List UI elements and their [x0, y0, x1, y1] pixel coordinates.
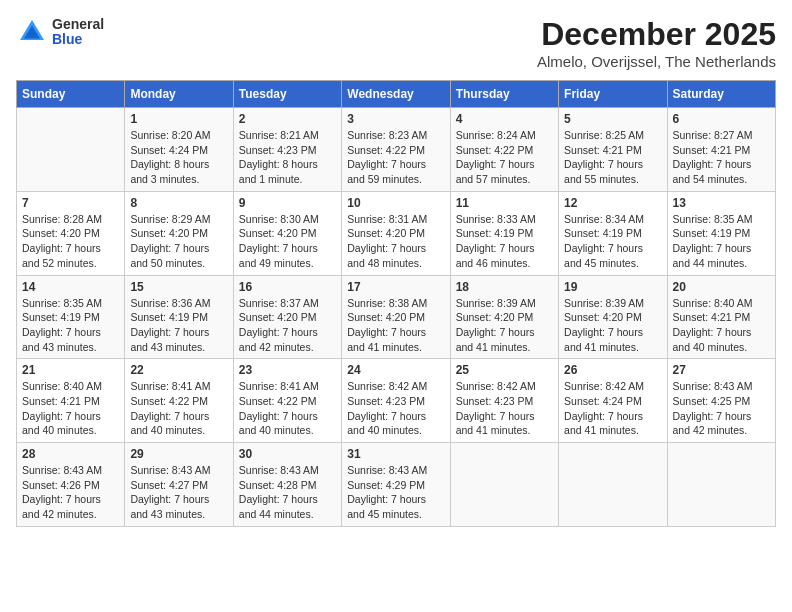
page-subtitle: Almelo, Overijssel, The Netherlands	[537, 53, 776, 70]
day-detail: Sunrise: 8:21 AM Sunset: 4:23 PM Dayligh…	[239, 129, 319, 185]
day-detail: Sunrise: 8:43 AM Sunset: 4:29 PM Dayligh…	[347, 464, 427, 520]
logo: General Blue	[16, 16, 104, 48]
day-number: 23	[239, 363, 336, 377]
calendar-cell: 26Sunrise: 8:42 AM Sunset: 4:24 PM Dayli…	[559, 359, 667, 443]
logo-general: General	[52, 17, 104, 32]
title-block: December 2025 Almelo, Overijssel, The Ne…	[537, 16, 776, 70]
calendar-cell: 9Sunrise: 8:30 AM Sunset: 4:20 PM Daylig…	[233, 191, 341, 275]
weekday-header-thursday: Thursday	[450, 81, 558, 108]
weekday-header-row: SundayMondayTuesdayWednesdayThursdayFrid…	[17, 81, 776, 108]
day-number: 7	[22, 196, 119, 210]
calendar-cell: 31Sunrise: 8:43 AM Sunset: 4:29 PM Dayli…	[342, 443, 450, 527]
day-detail: Sunrise: 8:43 AM Sunset: 4:28 PM Dayligh…	[239, 464, 319, 520]
page-title: December 2025	[537, 16, 776, 53]
calendar-cell: 18Sunrise: 8:39 AM Sunset: 4:20 PM Dayli…	[450, 275, 558, 359]
day-number: 11	[456, 196, 553, 210]
calendar-cell: 11Sunrise: 8:33 AM Sunset: 4:19 PM Dayli…	[450, 191, 558, 275]
calendar-cell: 10Sunrise: 8:31 AM Sunset: 4:20 PM Dayli…	[342, 191, 450, 275]
calendar-week-3: 14Sunrise: 8:35 AM Sunset: 4:19 PM Dayli…	[17, 275, 776, 359]
calendar-cell: 8Sunrise: 8:29 AM Sunset: 4:20 PM Daylig…	[125, 191, 233, 275]
calendar-cell: 1Sunrise: 8:20 AM Sunset: 4:24 PM Daylig…	[125, 108, 233, 192]
day-detail: Sunrise: 8:25 AM Sunset: 4:21 PM Dayligh…	[564, 129, 644, 185]
calendar-week-2: 7Sunrise: 8:28 AM Sunset: 4:20 PM Daylig…	[17, 191, 776, 275]
day-number: 20	[673, 280, 770, 294]
calendar-cell: 28Sunrise: 8:43 AM Sunset: 4:26 PM Dayli…	[17, 443, 125, 527]
calendar-cell: 25Sunrise: 8:42 AM Sunset: 4:23 PM Dayli…	[450, 359, 558, 443]
day-number: 9	[239, 196, 336, 210]
day-detail: Sunrise: 8:43 AM Sunset: 4:25 PM Dayligh…	[673, 380, 753, 436]
weekday-header-friday: Friday	[559, 81, 667, 108]
day-number: 10	[347, 196, 444, 210]
day-number: 3	[347, 112, 444, 126]
day-number: 8	[130, 196, 227, 210]
calendar-cell: 29Sunrise: 8:43 AM Sunset: 4:27 PM Dayli…	[125, 443, 233, 527]
day-number: 22	[130, 363, 227, 377]
calendar-cell: 20Sunrise: 8:40 AM Sunset: 4:21 PM Dayli…	[667, 275, 775, 359]
calendar-cell	[17, 108, 125, 192]
day-detail: Sunrise: 8:42 AM Sunset: 4:23 PM Dayligh…	[456, 380, 536, 436]
calendar-cell: 15Sunrise: 8:36 AM Sunset: 4:19 PM Dayli…	[125, 275, 233, 359]
day-number: 18	[456, 280, 553, 294]
day-detail: Sunrise: 8:40 AM Sunset: 4:21 PM Dayligh…	[22, 380, 102, 436]
day-number: 15	[130, 280, 227, 294]
calendar-cell: 23Sunrise: 8:41 AM Sunset: 4:22 PM Dayli…	[233, 359, 341, 443]
day-number: 28	[22, 447, 119, 461]
page-header: General Blue December 2025 Almelo, Overi…	[16, 16, 776, 70]
weekday-header-saturday: Saturday	[667, 81, 775, 108]
day-detail: Sunrise: 8:43 AM Sunset: 4:27 PM Dayligh…	[130, 464, 210, 520]
calendar-week-4: 21Sunrise: 8:40 AM Sunset: 4:21 PM Dayli…	[17, 359, 776, 443]
calendar-cell: 19Sunrise: 8:39 AM Sunset: 4:20 PM Dayli…	[559, 275, 667, 359]
calendar-cell: 30Sunrise: 8:43 AM Sunset: 4:28 PM Dayli…	[233, 443, 341, 527]
calendar-cell: 14Sunrise: 8:35 AM Sunset: 4:19 PM Dayli…	[17, 275, 125, 359]
logo-text: General Blue	[52, 17, 104, 48]
day-number: 25	[456, 363, 553, 377]
day-detail: Sunrise: 8:36 AM Sunset: 4:19 PM Dayligh…	[130, 297, 210, 353]
calendar-cell: 17Sunrise: 8:38 AM Sunset: 4:20 PM Dayli…	[342, 275, 450, 359]
calendar-cell: 16Sunrise: 8:37 AM Sunset: 4:20 PM Dayli…	[233, 275, 341, 359]
calendar-cell: 24Sunrise: 8:42 AM Sunset: 4:23 PM Dayli…	[342, 359, 450, 443]
day-detail: Sunrise: 8:37 AM Sunset: 4:20 PM Dayligh…	[239, 297, 319, 353]
day-detail: Sunrise: 8:35 AM Sunset: 4:19 PM Dayligh…	[673, 213, 753, 269]
day-number: 19	[564, 280, 661, 294]
calendar-cell: 3Sunrise: 8:23 AM Sunset: 4:22 PM Daylig…	[342, 108, 450, 192]
calendar-cell: 4Sunrise: 8:24 AM Sunset: 4:22 PM Daylig…	[450, 108, 558, 192]
calendar-cell: 7Sunrise: 8:28 AM Sunset: 4:20 PM Daylig…	[17, 191, 125, 275]
calendar-week-1: 1Sunrise: 8:20 AM Sunset: 4:24 PM Daylig…	[17, 108, 776, 192]
logo-blue: Blue	[52, 32, 104, 47]
calendar-cell	[559, 443, 667, 527]
weekday-header-wednesday: Wednesday	[342, 81, 450, 108]
day-detail: Sunrise: 8:39 AM Sunset: 4:20 PM Dayligh…	[456, 297, 536, 353]
day-detail: Sunrise: 8:20 AM Sunset: 4:24 PM Dayligh…	[130, 129, 210, 185]
day-number: 5	[564, 112, 661, 126]
day-number: 26	[564, 363, 661, 377]
calendar-cell: 2Sunrise: 8:21 AM Sunset: 4:23 PM Daylig…	[233, 108, 341, 192]
day-detail: Sunrise: 8:24 AM Sunset: 4:22 PM Dayligh…	[456, 129, 536, 185]
calendar-cell: 21Sunrise: 8:40 AM Sunset: 4:21 PM Dayli…	[17, 359, 125, 443]
day-detail: Sunrise: 8:35 AM Sunset: 4:19 PM Dayligh…	[22, 297, 102, 353]
calendar-cell: 5Sunrise: 8:25 AM Sunset: 4:21 PM Daylig…	[559, 108, 667, 192]
day-number: 30	[239, 447, 336, 461]
weekday-header-monday: Monday	[125, 81, 233, 108]
day-detail: Sunrise: 8:43 AM Sunset: 4:26 PM Dayligh…	[22, 464, 102, 520]
calendar-cell: 6Sunrise: 8:27 AM Sunset: 4:21 PM Daylig…	[667, 108, 775, 192]
calendar-cell: 27Sunrise: 8:43 AM Sunset: 4:25 PM Dayli…	[667, 359, 775, 443]
day-detail: Sunrise: 8:27 AM Sunset: 4:21 PM Dayligh…	[673, 129, 753, 185]
logo-icon	[16, 16, 48, 48]
day-number: 27	[673, 363, 770, 377]
calendar-cell: 22Sunrise: 8:41 AM Sunset: 4:22 PM Dayli…	[125, 359, 233, 443]
day-number: 17	[347, 280, 444, 294]
calendar-week-5: 28Sunrise: 8:43 AM Sunset: 4:26 PM Dayli…	[17, 443, 776, 527]
day-detail: Sunrise: 8:42 AM Sunset: 4:23 PM Dayligh…	[347, 380, 427, 436]
day-detail: Sunrise: 8:42 AM Sunset: 4:24 PM Dayligh…	[564, 380, 644, 436]
day-number: 31	[347, 447, 444, 461]
calendar-cell	[667, 443, 775, 527]
day-number: 2	[239, 112, 336, 126]
day-detail: Sunrise: 8:23 AM Sunset: 4:22 PM Dayligh…	[347, 129, 427, 185]
day-detail: Sunrise: 8:39 AM Sunset: 4:20 PM Dayligh…	[564, 297, 644, 353]
day-number: 21	[22, 363, 119, 377]
day-number: 6	[673, 112, 770, 126]
day-detail: Sunrise: 8:33 AM Sunset: 4:19 PM Dayligh…	[456, 213, 536, 269]
day-detail: Sunrise: 8:28 AM Sunset: 4:20 PM Dayligh…	[22, 213, 102, 269]
day-number: 12	[564, 196, 661, 210]
day-number: 13	[673, 196, 770, 210]
